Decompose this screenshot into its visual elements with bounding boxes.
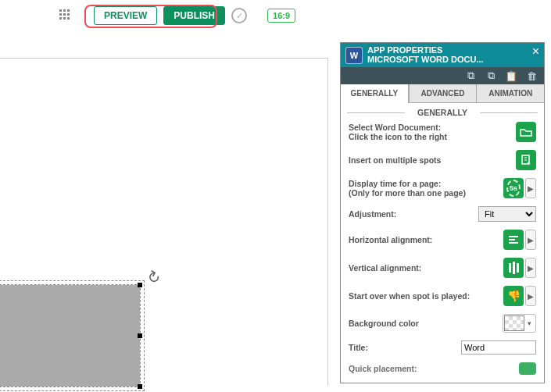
resize-handle-top-right[interactable] bbox=[138, 283, 142, 287]
close-icon[interactable]: × bbox=[532, 45, 539, 59]
grid-icon[interactable] bbox=[59, 9, 72, 22]
quick-placement-button[interactable] bbox=[519, 362, 536, 375]
preview-button[interactable]: PREVIEW bbox=[94, 6, 157, 25]
label-title: Title: bbox=[349, 343, 456, 353]
thumbs-down-icon: 👎 bbox=[507, 290, 521, 302]
copy-icon[interactable]: ⧉ bbox=[464, 69, 477, 82]
insert-multiple-button[interactable] bbox=[516, 150, 536, 170]
v-align-more-button[interactable]: ▶ bbox=[525, 258, 536, 278]
label-background-color: Background color bbox=[349, 319, 498, 329]
selected-shape[interactable]: ↻ bbox=[0, 285, 140, 387]
section-header-generally: GENERALLY bbox=[341, 103, 544, 122]
adjustment-select[interactable]: Fit bbox=[478, 206, 536, 222]
panel-title-line2: MICROSOFT WORD DOCU... bbox=[367, 55, 484, 65]
resize-handle-mid-right[interactable] bbox=[138, 333, 142, 338]
v-align-button[interactable] bbox=[503, 258, 524, 278]
publish-button[interactable]: PUBLISH bbox=[163, 6, 225, 25]
clipboard-icon[interactable]: 📋 bbox=[505, 69, 517, 82]
resize-handle-bottom-right[interactable] bbox=[138, 384, 142, 389]
duplicate-icon[interactable]: ⧉ bbox=[485, 69, 497, 82]
rotate-handle-icon[interactable]: ↻ bbox=[143, 265, 164, 288]
timer-icon: 5s bbox=[506, 180, 521, 197]
tab-advanced[interactable]: ADVANCED bbox=[409, 84, 478, 103]
transparent-swatch-icon bbox=[504, 315, 524, 331]
aspect-ratio-button[interactable]: 16:9 bbox=[267, 9, 295, 23]
panel-header[interactable]: W APP PROPERTIES MICROSOFT WORD DOCU... … bbox=[341, 43, 544, 67]
tab-generally[interactable]: GENERALLY bbox=[341, 84, 409, 103]
check-circle-icon[interactable]: ✓ bbox=[231, 8, 247, 23]
label-horizontal-alignment: Horizontal alignment: bbox=[349, 235, 499, 245]
label-adjustment: Adjustment: bbox=[349, 209, 474, 219]
label-select-document: Select Word Document: Click the icon to … bbox=[349, 123, 511, 142]
chevron-down-icon: ▾ bbox=[524, 315, 535, 331]
tab-animation[interactable]: ANIMATION bbox=[477, 84, 544, 103]
browse-file-button[interactable] bbox=[516, 122, 536, 142]
background-color-picker[interactable]: ▾ bbox=[503, 314, 536, 333]
display-time-button[interactable]: 5s bbox=[503, 178, 524, 198]
word-app-icon: W bbox=[345, 47, 363, 64]
h-align-more-button[interactable]: ▶ bbox=[525, 230, 536, 250]
title-input[interactable] bbox=[461, 340, 536, 355]
canvas[interactable]: ↻ bbox=[0, 58, 328, 386]
label-vertical-alignment: Vertical alignment: bbox=[349, 263, 499, 273]
panel-action-bar: ⧉ ⧉ 📋 🗑 bbox=[341, 67, 544, 84]
display-time-more-button[interactable]: ▶ bbox=[525, 178, 536, 198]
panel-tabs: GENERALLY ADVANCED ANIMATION bbox=[341, 84, 544, 103]
start-over-toggle[interactable]: 👎 bbox=[503, 286, 524, 306]
label-display-time: Display time for a page: (Only for more … bbox=[349, 179, 499, 198]
label-quick-placement: Quick placement: bbox=[349, 364, 514, 374]
app-properties-panel: W APP PROPERTIES MICROSOFT WORD DOCU... … bbox=[340, 42, 545, 383]
label-start-over: Start over when spot is played: bbox=[349, 291, 499, 301]
h-align-button[interactable] bbox=[503, 230, 524, 250]
start-over-more-button[interactable]: ▶ bbox=[525, 286, 536, 306]
label-insert-multiple: Insert on multiple spots bbox=[349, 155, 511, 166]
delete-icon[interactable]: 🗑 bbox=[525, 69, 538, 82]
panel-title-line1: APP PROPERTIES bbox=[367, 46, 484, 55]
